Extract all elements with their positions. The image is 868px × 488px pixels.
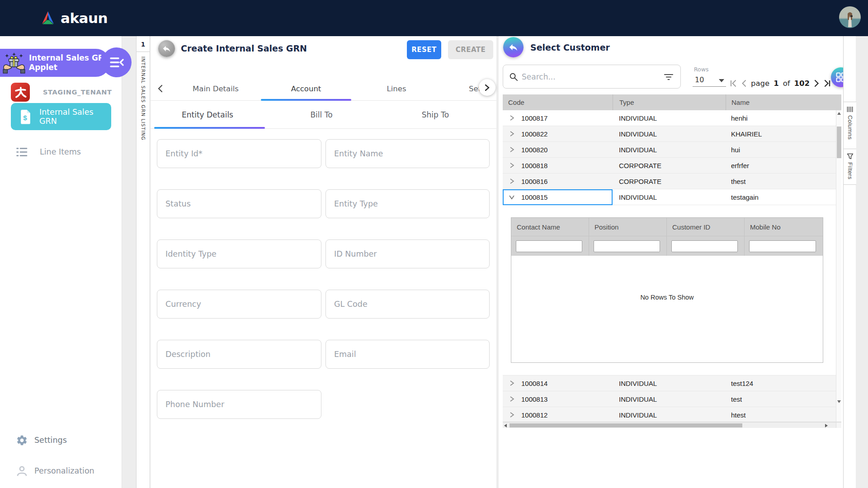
reset-button[interactable]: RESET	[407, 40, 441, 59]
sidebar-item-personalization[interactable]: Personalization	[0, 461, 122, 481]
subtab-bill-to[interactable]: Bill To	[264, 101, 378, 129]
back-button[interactable]	[158, 40, 175, 57]
subtab-entity-details[interactable]: Entity Details	[151, 101, 264, 129]
expand-row-icon[interactable]	[509, 115, 515, 121]
app-root: akaun	[0, 0, 868, 488]
expand-row-icon[interactable]	[509, 131, 515, 137]
table-row-selected-expanded[interactable]: 1000815 INDIVIDUAL testagain	[503, 189, 841, 205]
tool-tab-filters[interactable]: Filters	[844, 149, 856, 185]
table-row[interactable]: 1000812 INDIVIDUAL htest	[503, 407, 841, 422]
status-field[interactable]: Status	[157, 189, 321, 218]
scrollbar-corner	[836, 422, 841, 428]
tabs-scroll-right-button[interactable]	[479, 79, 495, 96]
return-arrow-icon	[508, 42, 519, 52]
entity-type-field[interactable]: Entity Type	[326, 189, 490, 218]
return-arrow-icon	[162, 44, 171, 53]
user-avatar[interactable]	[839, 6, 861, 28]
column-header-type[interactable]: Type	[613, 94, 726, 110]
create-button[interactable]: CREATE	[448, 40, 493, 59]
scroll-right-icon[interactable]	[825, 424, 828, 427]
table-row[interactable]: 1000817 INDIVIDUAL henhi	[503, 110, 841, 126]
search-icon	[509, 72, 518, 81]
tab-lines[interactable]: Lines	[351, 77, 442, 101]
gear-icon	[16, 434, 28, 446]
position-filter-input[interactable]	[594, 240, 660, 252]
previous-page-button[interactable]	[741, 80, 747, 87]
email-field[interactable]: Email	[326, 340, 490, 369]
vertical-scrollbar[interactable]	[836, 110, 841, 422]
user-photo-icon	[839, 6, 861, 28]
page-title: Create Internal Sales GRN	[181, 43, 307, 53]
entity-id-field[interactable]: Entity Id*	[157, 139, 321, 168]
table-row[interactable]: 1000813 INDIVIDUAL test	[503, 391, 841, 407]
module-label: Internal Sales GRN	[39, 108, 111, 126]
scroll-left-icon[interactable]	[504, 424, 507, 427]
search-input[interactable]	[522, 72, 664, 81]
chevron-right-icon	[814, 80, 819, 87]
subcolumn-position[interactable]: Position	[589, 218, 667, 236]
table-row[interactable]: 1000820 INDIVIDUAL hui	[503, 142, 841, 158]
sidebar-item-settings[interactable]: Settings	[0, 430, 122, 450]
table-header: Code Type Name	[503, 94, 841, 110]
mobile-no-filter-input[interactable]	[749, 240, 816, 252]
tab-account[interactable]: Account	[261, 77, 351, 101]
description-field[interactable]: Description	[157, 340, 321, 369]
customer-back-button[interactable]	[503, 37, 524, 57]
subcolumn-mobile-no[interactable]: Mobile No	[745, 218, 822, 236]
table-row[interactable]: 1000814 INDIVIDUAL test124	[503, 375, 841, 391]
contact-name-filter-input[interactable]	[516, 240, 582, 252]
expand-row-icon[interactable]	[509, 412, 515, 418]
empty-rows-message: No Rows To Show	[511, 270, 823, 363]
horizontal-scrollbar[interactable]	[503, 422, 841, 428]
expand-row-icon[interactable]	[509, 162, 515, 169]
logo-text: akaun	[61, 10, 108, 26]
scroll-up-icon[interactable]	[837, 112, 841, 115]
akaun-triangle-icon	[40, 11, 56, 25]
tenant-logo-icon	[11, 83, 30, 102]
rows-per-page-select[interactable]: 10	[693, 74, 726, 87]
table-row[interactable]: 1000822 INDIVIDUAL KHAIRIEL	[503, 126, 841, 142]
sidebar-item-internal-sales-grn[interactable]: $ Internal Sales GRN	[11, 103, 111, 130]
id-number-field[interactable]: ID Number	[326, 239, 490, 268]
subcolumn-customer-id[interactable]: Customer ID	[667, 218, 745, 236]
currency-field[interactable]: Currency	[157, 290, 321, 319]
phone-number-field[interactable]: Phone Number	[157, 390, 321, 419]
first-page-button[interactable]	[730, 80, 737, 87]
last-page-button[interactable]	[823, 80, 831, 87]
scroll-down-icon[interactable]	[837, 400, 841, 403]
expand-row-icon[interactable]	[509, 146, 515, 153]
akaun-logo: akaun	[40, 10, 108, 26]
column-header-name[interactable]: Name	[726, 94, 836, 110]
sidebar-item-tenant[interactable]: STAGING_TENANT	[0, 82, 122, 102]
entity-details-form: Entity Id* Entity Name Status Entity Typ…	[157, 139, 490, 419]
filter-list-icon[interactable]	[664, 73, 674, 81]
subcolumn-contact-name[interactable]: Contact Name	[511, 218, 589, 236]
collapse-row-icon[interactable]	[509, 194, 515, 200]
sidebar-item-applet[interactable]: Internal Sales GRN Applet	[0, 49, 110, 77]
table-row[interactable]: 1000818 CORPORATE erfrfer	[503, 158, 841, 174]
gl-code-field[interactable]: GL Code	[326, 290, 490, 319]
horizontal-scroll-thumb[interactable]	[509, 423, 742, 427]
expand-row-icon[interactable]	[509, 178, 515, 184]
person-icon	[16, 465, 28, 477]
chevron-right-icon	[484, 84, 490, 91]
table-row[interactable]: 1000816 CORPORATE thest	[503, 174, 841, 189]
tenant-name: STAGING_TENANT	[43, 89, 112, 96]
expand-row-icon[interactable]	[509, 396, 515, 402]
panel-title: Select Customer	[530, 42, 610, 52]
vertical-scroll-thumb[interactable]	[837, 127, 841, 158]
subtab-ship-to[interactable]: Ship To	[378, 101, 492, 129]
gift-applet-icon	[3, 52, 25, 74]
expand-row-icon[interactable]	[509, 380, 515, 386]
entity-name-field[interactable]: Entity Name	[326, 139, 490, 168]
customer-id-filter-input[interactable]	[671, 240, 738, 252]
tab-main-details[interactable]: Main Details	[170, 77, 261, 101]
sidebar-item-line-items[interactable]: Line Items	[0, 143, 122, 161]
column-header-code[interactable]: Code	[503, 99, 613, 106]
tool-tab-columns[interactable]: Columns	[844, 102, 856, 149]
next-page-button[interactable]	[814, 80, 819, 87]
identity-type-field[interactable]: Identity Type	[157, 239, 321, 268]
tabs-scroll-left-icon[interactable]	[157, 84, 164, 93]
sidebar-collapse-button[interactable]	[102, 47, 132, 77]
create-grn-panel: Create Internal Sales GRN RESET CREATE M…	[151, 36, 496, 488]
